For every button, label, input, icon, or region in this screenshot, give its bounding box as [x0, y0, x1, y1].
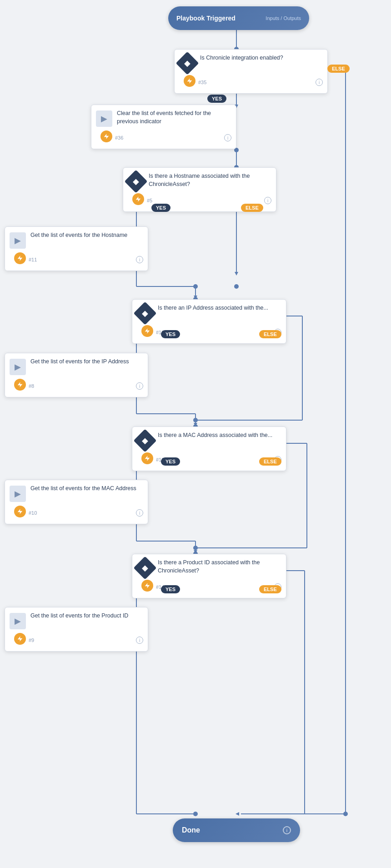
node-36-num: #36 [115, 135, 123, 140]
node-11-title: Get the list of events for the Hostname [30, 231, 143, 240]
done-node[interactable]: Done i [173, 818, 300, 842]
else-label-35: ELSE [327, 65, 350, 73]
node-10-title: Get the list of events for the MAC Addre… [30, 485, 143, 493]
node-35-num: #35 [198, 80, 206, 85]
node-8-num: #8 [29, 383, 34, 389]
arrow-icon-10: ▶ [10, 486, 26, 502]
lightning-12 [141, 325, 153, 337]
node-9-title: Get the list of events for the Product I… [30, 612, 143, 620]
node-13-title: Is there a MAC Address associated with t… [158, 431, 281, 440]
done-title: Done [182, 826, 200, 834]
diamond-icon-35: ◆ [176, 52, 199, 75]
lightning-5 [132, 193, 144, 205]
node-11[interactable]: ▶ Get the list of events for the Hostnam… [5, 226, 148, 271]
svg-marker-49 [194, 812, 197, 816]
node-36[interactable]: ▶ Clear the list of events fetched for t… [91, 105, 236, 149]
arrow-icon-9: ▶ [10, 613, 26, 629]
svg-marker-18 [194, 296, 197, 299]
info-icon-8[interactable]: i [136, 382, 143, 390]
svg-point-55 [234, 284, 239, 289]
svg-point-52 [193, 546, 198, 550]
lightning-36 [100, 130, 112, 142]
info-icon-11[interactable]: i [136, 256, 143, 263]
else-label-13: ELSE [259, 457, 281, 466]
node-8-title: Get the list of events for the IP Addres… [30, 358, 143, 366]
svg-marker-7 [236, 812, 239, 816]
info-icon-35[interactable]: i [316, 79, 323, 86]
node-9-num: #9 [29, 637, 34, 643]
node-5-title: Is there a Hostname associated with the … [149, 172, 271, 188]
svg-point-51 [193, 418, 198, 422]
diamond-icon-5: ◆ [125, 170, 148, 193]
diamond-icon-14: ◆ [134, 557, 157, 580]
svg-marker-29 [194, 423, 197, 426]
node-14-title: Is there a Product ID associated with th… [158, 559, 281, 575]
info-icon-36[interactable]: i [224, 134, 231, 141]
yes-label-12: YES [161, 330, 180, 338]
diamond-icon-12: ◆ [134, 302, 157, 325]
node-36-title: Clear the list of events fetched for the… [117, 110, 231, 125]
yes-label-13: YES [161, 457, 180, 466]
node-5-num: #5 [147, 198, 152, 203]
canvas: Playbook Triggered Inputs / Outputs ◆ Is… [0, 0, 391, 868]
else-label-12: ELSE [259, 330, 281, 338]
playbook-trigger-node[interactable]: Playbook Triggered Inputs / Outputs [168, 6, 309, 30]
yes-label-5: YES [151, 204, 170, 212]
svg-point-50 [193, 284, 198, 289]
else-label-5: ELSE [241, 204, 263, 212]
arrow-icon-8: ▶ [10, 359, 26, 375]
node-10[interactable]: ▶ Get the list of events for the MAC Add… [5, 480, 148, 524]
yes-label-14: YES [161, 585, 180, 593]
lightning-8 [14, 379, 26, 391]
info-icon-9[interactable]: i [136, 637, 143, 644]
node-9[interactable]: ▶ Get the list of events for the Product… [5, 607, 148, 652]
lightning-10 [14, 506, 26, 517]
lightning-14 [141, 580, 153, 592]
info-icon-5[interactable]: i [264, 197, 271, 204]
lightning-35 [184, 75, 196, 87]
lightning-9 [14, 633, 26, 645]
done-info-icon[interactable]: i [283, 826, 291, 834]
svg-point-53 [193, 812, 198, 816]
node-11-num: #11 [29, 257, 37, 262]
lightning-11 [14, 252, 26, 264]
diamond-icon-13: ◆ [134, 429, 157, 452]
node-8[interactable]: ▶ Get the list of events for the IP Addr… [5, 353, 148, 397]
info-icon-10[interactable]: i [136, 509, 143, 517]
yes-label-35: YES [207, 95, 226, 103]
else-label-14: ELSE [259, 585, 281, 593]
node-35-title: Is Chronicle integration enabled? [200, 54, 323, 62]
inputs-outputs-link[interactable]: Inputs / Outputs [266, 15, 301, 21]
arrow-icon-11: ▶ [10, 232, 26, 249]
node-12-title: Is there an IP Address associated with t… [158, 304, 281, 312]
node-35[interactable]: ◆ Is Chronicle integration enabled? #35 … [174, 49, 328, 94]
svg-marker-14 [235, 272, 238, 276]
trigger-title: Playbook Triggered [176, 15, 236, 22]
lightning-13 [141, 452, 153, 464]
arrow-icon-36: ▶ [96, 110, 112, 127]
svg-marker-40 [194, 550, 197, 554]
node-10-num: #10 [29, 510, 37, 516]
svg-point-54 [343, 812, 348, 816]
